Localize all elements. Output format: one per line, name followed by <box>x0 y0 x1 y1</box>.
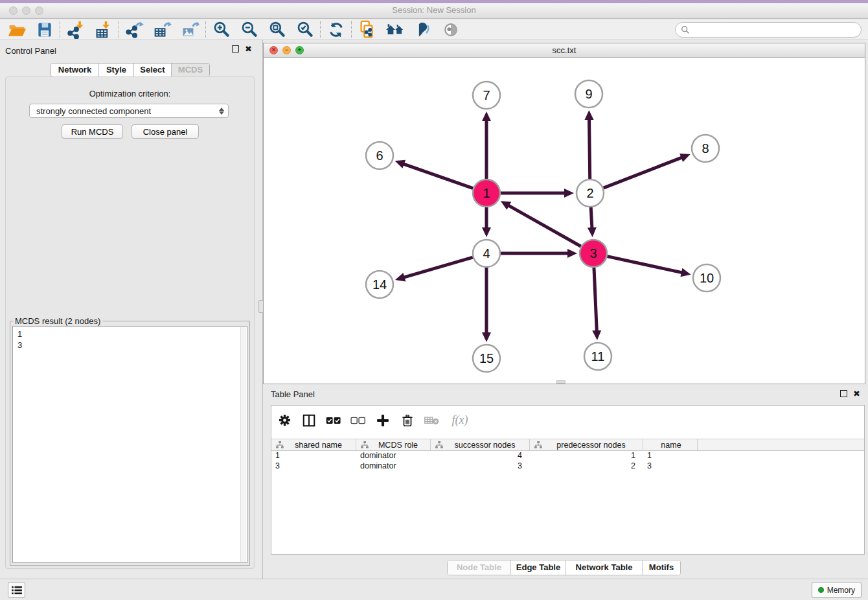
column-header-mcds-role[interactable]: MCDS role <box>356 439 431 450</box>
result-scrollbar[interactable] <box>240 327 246 562</box>
graph-edge-2-9[interactable] <box>589 118 589 179</box>
graph-node-label: 3 <box>589 246 597 260</box>
horizontal-divider-handle[interactable] <box>556 380 565 384</box>
search-input[interactable] <box>690 23 861 36</box>
open-session-icon[interactable] <box>3 20 30 40</box>
tab-node-table[interactable]: Node Table <box>448 560 510 575</box>
table-row[interactable]: 3 dominator 3 2 3 <box>271 461 864 472</box>
control-panel-tabs: Network Style Select MCDS <box>51 63 210 77</box>
table-row[interactable]: 1 dominator 4 1 1 <box>271 451 864 461</box>
mcds-result-textarea[interactable]: 1 3 <box>12 326 247 563</box>
delete-table-icon[interactable] <box>424 413 440 428</box>
tab-network-table[interactable]: Network Table <box>565 560 642 575</box>
column-header-predecessor-nodes[interactable]: predecessor nodes <box>530 439 643 450</box>
criterion-dropdown[interactable]: strongly connected component <box>29 104 229 118</box>
run-mcds-button[interactable]: Run MCDS <box>62 124 123 139</box>
network-window-titlebar: ✕ − + scc.txt <box>264 43 865 58</box>
node-table-container: f(x) shared name MCDS role successor n <box>271 405 865 555</box>
graph-edge-arrowhead <box>482 227 491 237</box>
network-view-window: ✕ − + scc.txt 1234678910111415 <box>263 43 865 384</box>
import-table-icon[interactable] <box>89 20 117 40</box>
search-field[interactable] <box>675 22 862 38</box>
clear-selection-icon[interactable] <box>350 413 366 428</box>
export-image-icon[interactable] <box>176 20 204 40</box>
cell-predecessor-nodes: 1 <box>530 451 643 461</box>
tab-motifs[interactable]: Motifs <box>642 560 680 575</box>
tab-edge-table[interactable]: Edge Table <box>510 560 565 575</box>
graph-edge-arrowhead <box>567 249 577 258</box>
graph-edge-arrowhead <box>482 111 491 121</box>
toolbar-separator <box>119 21 119 38</box>
cell-successor-nodes: 3 <box>431 461 530 472</box>
column-panel-icon[interactable] <box>301 413 317 428</box>
tab-select[interactable]: Select <box>133 63 171 76</box>
graph-node-label: 7 <box>483 88 490 102</box>
close-panel-icon[interactable]: ✖ <box>245 45 252 52</box>
graph-edge-arrowhead <box>592 330 601 340</box>
refresh-icon[interactable] <box>322 20 350 40</box>
criterion-dropdown-value: strongly connected component <box>36 106 219 116</box>
attribute-icon <box>276 441 284 448</box>
toolbar-separator <box>205 21 206 38</box>
column-header-shared-name[interactable]: shared name <box>271 439 356 450</box>
cell-successor-nodes: 4 <box>431 451 530 461</box>
zoom-out-icon[interactable] <box>235 20 263 40</box>
save-session-icon[interactable] <box>30 20 58 40</box>
fx-label: f(x) <box>452 413 468 427</box>
table-tabs: Node Table Edge Table Network Table Moti… <box>447 560 681 575</box>
graph-edge-3-11[interactable] <box>594 268 597 332</box>
column-header-successor-nodes[interactable]: successor nodes <box>431 439 530 450</box>
birds-eye-view-icon[interactable] <box>437 20 464 40</box>
tab-network[interactable]: Network <box>51 63 98 76</box>
mcds-result-fieldset: MCDS result (2 nodes) 1 3 <box>10 321 250 566</box>
delete-column-icon[interactable] <box>400 413 415 428</box>
cell-name: 1 <box>643 451 698 461</box>
graph-edge-arrowhead <box>680 268 691 277</box>
graph-node-label: 6 <box>376 148 383 163</box>
cell-shared-name: 1 <box>271 451 356 461</box>
application-window: Session: New Session <box>0 0 868 600</box>
close-table-panel-icon[interactable]: ✖ <box>853 390 860 397</box>
close-panel-button[interactable]: Close panel <box>131 124 199 139</box>
graph-edge-2-3[interactable] <box>591 207 592 229</box>
import-network-icon[interactable] <box>62 20 89 40</box>
export-table-icon[interactable] <box>148 20 176 40</box>
float-table-panel-icon[interactable] <box>840 390 847 397</box>
graph-edge-4-14[interactable] <box>403 257 473 278</box>
tab-mcds[interactable]: MCDS <box>171 63 209 76</box>
memory-label: Memory <box>827 586 855 595</box>
window-title: Session: New Session <box>0 5 868 15</box>
cell-mcds-role: dominator <box>356 451 431 461</box>
graph-edge-1-6[interactable] <box>402 163 473 188</box>
node-table: shared name MCDS role successor nodes pr… <box>271 439 864 472</box>
network-canvas[interactable]: 1234678910111415 <box>264 58 865 384</box>
toolbar-separator <box>60 21 60 38</box>
graph-edge-3-10[interactable] <box>607 257 683 273</box>
graph-edge-2-8[interactable] <box>604 157 683 188</box>
task-history-button[interactable] <box>8 582 25 598</box>
table-toolbar: f(x) <box>271 406 864 435</box>
graph-node-label: 2 <box>586 186 593 200</box>
graph-edge-3-1[interactable] <box>507 205 581 246</box>
select-all-rows-icon[interactable] <box>326 413 341 428</box>
zoom-in-icon[interactable] <box>207 20 235 40</box>
float-panel-icon[interactable] <box>232 45 239 52</box>
show-graphics-details-icon[interactable] <box>409 20 437 40</box>
main-titlebar: Session: New Session <box>0 3 868 19</box>
memory-button[interactable]: Memory <box>812 582 862 598</box>
export-network-icon[interactable] <box>120 20 148 40</box>
table-options-icon[interactable] <box>277 413 292 428</box>
home-layout-icon[interactable] <box>381 20 409 40</box>
column-header-name[interactable]: name <box>643 439 698 450</box>
tab-style[interactable]: Style <box>98 63 133 76</box>
graph-edge-arrowhead <box>585 110 594 120</box>
network-graph: 1234678910111415 <box>264 58 865 384</box>
control-panel: Control Panel ✖ Network Style Select MCD… <box>0 40 262 579</box>
graph-node-label: 4 <box>483 246 490 260</box>
add-column-icon[interactable] <box>375 413 391 428</box>
zoom-selected-icon[interactable] <box>291 20 319 40</box>
clone-network-icon[interactable] <box>353 20 381 40</box>
zoom-fit-icon[interactable] <box>263 20 291 40</box>
mcds-result-title: MCDS result (2 nodes) <box>13 316 102 326</box>
equation-builder-icon[interactable]: f(x) <box>449 413 471 428</box>
